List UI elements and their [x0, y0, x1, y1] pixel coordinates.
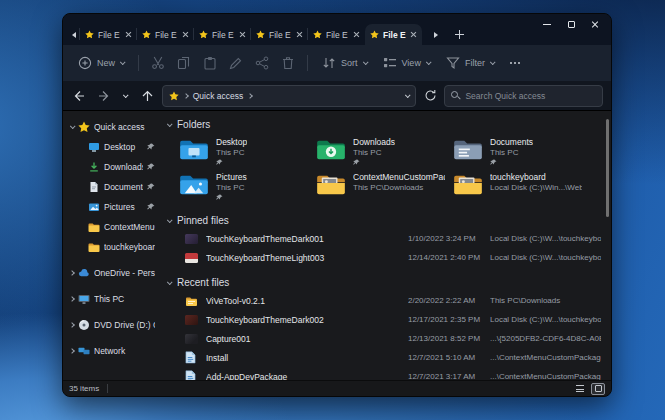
forward-button[interactable] — [94, 87, 111, 105]
sidebar-item-documents[interactable]: Documents — [63, 177, 159, 197]
tab-close-icon[interactable] — [410, 31, 417, 38]
filter-button[interactable]: Filter — [439, 52, 501, 74]
pin-icon — [147, 143, 155, 151]
back-button[interactable] — [71, 87, 88, 105]
sidebar-item-network[interactable]: Network — [63, 341, 159, 361]
new-tab-button[interactable] — [450, 24, 468, 45]
script-file-icon — [185, 351, 196, 364]
command-bar: New Sort View Filter — [63, 45, 611, 81]
folder-tile-downloads[interactable]: Downloads This PC — [316, 137, 453, 166]
tab-close-icon[interactable] — [239, 31, 246, 38]
tab-close-icon[interactable] — [125, 31, 132, 38]
maximize-icon — [568, 21, 575, 28]
chevron-down-icon — [167, 121, 173, 127]
sidebar-item-quick-access[interactable]: Quick access — [63, 117, 159, 137]
folders-section-header[interactable]: Folders — [165, 115, 601, 133]
tab-3[interactable]: File E — [194, 24, 251, 45]
chevron-down-icon — [120, 59, 126, 65]
details-view-button[interactable] — [573, 383, 587, 395]
sort-label: Sort — [341, 58, 358, 68]
tab-4[interactable]: File E — [251, 24, 308, 45]
chevron-right-icon[interactable] — [69, 322, 75, 328]
dvd-disc-icon — [78, 319, 90, 331]
folder-tile-touchkeyboard[interactable]: touchkeyboard Local Disk (C:)\Win...\Web — [453, 172, 590, 201]
recent-files-list: ViVeTool-v0.2.1 2/20/2022 2:22 AM This P… — [165, 291, 601, 380]
minimize-button[interactable] — [535, 15, 559, 33]
sidebar-item-touchkeyboard[interactable]: touchkeyboard — [63, 237, 159, 257]
chevron-right-icon[interactable] — [69, 348, 75, 354]
tab-2[interactable]: File E — [137, 24, 194, 45]
recent-files-section-header[interactable]: Recent files — [165, 273, 601, 291]
vertical-scrollbar[interactable] — [606, 119, 609, 217]
tab-close-icon[interactable] — [353, 31, 360, 38]
maximize-button[interactable] — [559, 15, 583, 33]
chevron-down-icon — [490, 59, 496, 65]
quick-access-star-icon — [142, 30, 151, 39]
share-button[interactable] — [250, 51, 274, 75]
folder-tile-documents[interactable]: Documents This PC — [453, 137, 590, 166]
view-button[interactable]: View — [376, 52, 437, 74]
tab-label: File E — [155, 30, 178, 40]
chevron-right-icon[interactable] — [69, 296, 75, 302]
tab-5[interactable]: File E — [308, 24, 365, 45]
sidebar-item-contextmenucust[interactable]: ContextMenuCust — [63, 217, 159, 237]
file-row-touchkeyboardthemedark001[interactable]: TouchKeyboardThemeDark001 1/10/2022 3:24… — [165, 229, 601, 248]
refresh-icon — [424, 89, 437, 102]
more-options-button[interactable] — [503, 51, 527, 75]
pictures-icon — [88, 201, 100, 213]
copy-icon — [177, 56, 191, 70]
paste-button[interactable] — [198, 51, 222, 75]
search-input[interactable] — [465, 91, 596, 101]
chevron-right-icon[interactable] — [69, 270, 75, 276]
tab-label: File E — [326, 30, 349, 40]
tab-close-icon[interactable] — [182, 31, 189, 38]
sidebar-item-onedrive[interactable]: OneDrive - Personal — [63, 263, 159, 283]
tab-1[interactable]: File E — [80, 24, 137, 45]
file-row-add-appdevpackage[interactable]: Add-AppDevPackage 12/7/2021 3:17 AM ...\… — [165, 367, 601, 380]
folder-tile-desktop[interactable]: Desktop This PC — [179, 137, 316, 166]
pin-icon — [147, 183, 155, 191]
sidebar-item-downloads[interactable]: Downloads — [63, 157, 159, 177]
file-row-vivetool[interactable]: ViVeTool-v0.2.1 2/20/2022 2:22 AM This P… — [165, 291, 601, 310]
file-row-capture001[interactable]: Capture001 12/13/2021 8:52 PM ...\{5205D… — [165, 329, 601, 348]
sidebar-item-this-pc[interactable]: This PC — [63, 289, 159, 309]
recent-locations-button[interactable] — [116, 87, 133, 105]
content-pane: Folders Desktop This PC Downloads This P… — [159, 111, 611, 380]
sidebar-item-desktop[interactable]: Desktop — [63, 137, 159, 157]
details-view-icon — [576, 385, 584, 392]
folder-tile-contextmenucustompac[interactable]: ContextMenuCustomPac... This PC\Download… — [316, 172, 453, 201]
copy-button[interactable] — [172, 51, 196, 75]
up-button[interactable] — [139, 87, 156, 105]
rename-button[interactable] — [224, 51, 248, 75]
quick-access-star-icon — [370, 30, 379, 39]
breadcrumb[interactable]: Quick access — [162, 85, 416, 107]
tab-scroll-right-button[interactable] — [430, 24, 442, 45]
tab-close-icon[interactable] — [296, 31, 303, 38]
search-icon — [451, 91, 460, 100]
delete-button[interactable] — [276, 51, 300, 75]
address-dropdown-icon[interactable] — [405, 92, 411, 98]
file-row-install[interactable]: Install 12/7/2021 5:10 AM ...\ContextMen… — [165, 348, 601, 367]
tab-6-active[interactable]: File E — [365, 24, 422, 45]
tab-label: File E — [98, 30, 121, 40]
file-row-touchkeyboardthemelight003[interactable]: TouchKeyboardThemeLight003 12/14/2021 2:… — [165, 248, 601, 267]
search-box — [444, 85, 603, 107]
sort-button[interactable]: Sort — [315, 52, 374, 74]
quick-access-star-icon — [256, 30, 265, 39]
breadcrumb-location[interactable]: Quick access — [193, 91, 244, 101]
chevron-down-icon[interactable] — [70, 123, 76, 129]
sidebar-item-pictures[interactable]: Pictures — [63, 197, 159, 217]
new-icon — [78, 56, 92, 70]
pinned-files-section-header[interactable]: Pinned files — [165, 211, 601, 229]
new-button[interactable]: New — [71, 52, 131, 74]
refresh-button[interactable] — [422, 87, 439, 105]
pictures-folder-icon — [179, 172, 209, 196]
close-button[interactable] — [583, 15, 607, 33]
large-icons-view-button[interactable] — [591, 383, 605, 395]
file-row-touchkeyboardthemedark002[interactable]: TouchKeyboardThemeDark002 12/17/2021 2:3… — [165, 310, 601, 329]
toolbar-divider — [138, 55, 139, 71]
sidebar-item-dvd-drive[interactable]: DVD Drive (D:) CCCO — [63, 315, 159, 335]
cut-button[interactable] — [146, 51, 170, 75]
folder-tile-pictures[interactable]: Pictures This PC — [179, 172, 316, 201]
new-label: New — [97, 58, 115, 68]
